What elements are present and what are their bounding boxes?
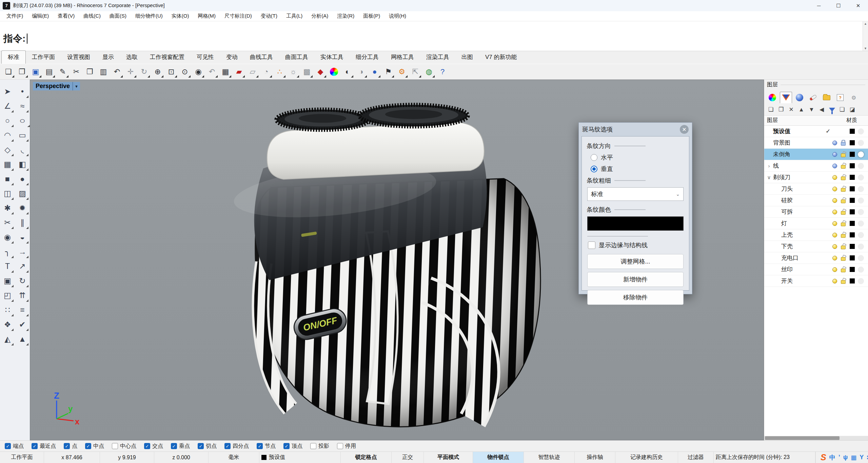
layer-color-swatch[interactable] — [850, 209, 855, 214]
layer-material-circle[interactable] — [858, 278, 864, 284]
status-segment[interactable]: y 9.919 — [100, 452, 154, 463]
layer-name[interactable]: 背景图 — [772, 139, 824, 147]
toolbar-tab[interactable]: 工作平面 — [26, 51, 61, 64]
save-icon[interactable]: ▣ — [29, 65, 42, 78]
layer-material-circle[interactable] — [858, 220, 864, 227]
delete-layer-icon[interactable]: ✕ — [787, 105, 796, 114]
layer-row[interactable]: › 线 — [764, 160, 868, 172]
layer-name[interactable]: 丝印 — [772, 266, 824, 273]
layer-row[interactable]: 预设值 ✓ — [764, 126, 868, 137]
toolbar-tab[interactable]: 选取 — [120, 51, 144, 64]
layer-row[interactable]: 下壳 — [764, 241, 868, 252]
surface-icon[interactable]: ▦ — [1, 158, 14, 171]
checkbox-icon[interactable] — [64, 443, 70, 449]
color-wheel-icon[interactable] — [328, 65, 340, 78]
match-layer-icon[interactable]: ❏ — [837, 105, 847, 114]
document-properties-icon[interactable]: ✎ — [56, 65, 69, 78]
status-segment[interactable]: 正交 — [392, 452, 424, 463]
layer-material-circle[interactable] — [858, 267, 864, 273]
layer-visibility-bulb-icon[interactable] — [832, 198, 837, 203]
menu-item[interactable]: 查看(V) — [53, 12, 79, 21]
layer-visibility-bulb-icon[interactable] — [832, 175, 837, 180]
menu-item[interactable]: 尺寸标注(D) — [220, 12, 256, 21]
layer-name[interactable]: 下壳 — [772, 243, 824, 250]
folder-tab[interactable] — [821, 92, 833, 103]
layer-row[interactable]: 开关 — [764, 275, 868, 287]
toolbar-tab[interactable]: 细分工具 — [350, 51, 385, 64]
layer-visibility-bulb-icon[interactable] — [832, 233, 837, 237]
properties-tab[interactable] — [766, 92, 778, 103]
stripe-color-swatch[interactable] — [587, 216, 684, 231]
status-segment[interactable]: 过滤器 — [678, 452, 714, 463]
display-mode-icon[interactable]: ▰ — [233, 65, 245, 78]
toolbar-tab[interactable]: 变动 — [220, 51, 244, 64]
menu-item[interactable]: 曲线(C) — [79, 12, 105, 21]
zebra-options-dialog[interactable]: 斑马纹选项 ✕ 条纹方向 水平 垂直 条纹粗细 标准 ⌄ 条纹颜色 显示 — [578, 122, 692, 294]
status-segment[interactable]: 记录建构历史 — [615, 452, 678, 463]
group-icon[interactable]: ❖ — [1, 318, 14, 331]
layer-row[interactable]: 充电口 — [764, 252, 868, 264]
layer-material-circle[interactable] — [858, 255, 864, 261]
copy-layer-icon[interactable]: ❐ — [776, 105, 786, 114]
new-file-icon[interactable]: ❏ — [2, 65, 15, 78]
layer-color-swatch[interactable] — [850, 152, 855, 157]
layer-row[interactable]: ∨ 剃须刀 — [764, 172, 868, 183]
layer-color-swatch[interactable] — [850, 255, 855, 260]
extrude-icon[interactable]: ⇈ — [16, 289, 29, 302]
adjust-mesh-button[interactable]: 调整网格... — [587, 254, 684, 269]
rectangle-icon[interactable]: ▭ — [16, 129, 29, 142]
layer-row[interactable]: 上壳 — [764, 229, 868, 241]
move-down-icon[interactable]: ▼ — [807, 105, 816, 114]
layer-lock-icon[interactable] — [841, 269, 846, 272]
layer-name[interactable]: 可拆 — [772, 208, 824, 216]
layer-color-swatch[interactable] — [850, 221, 855, 226]
layer-material-circle[interactable] — [858, 209, 864, 215]
toolbar-tab[interactable]: 显示 — [96, 51, 120, 64]
sphere-icon[interactable]: ● — [16, 173, 29, 186]
checkbox-icon[interactable] — [588, 241, 595, 249]
layer-color-swatch[interactable] — [850, 186, 855, 191]
toolbar-tab[interactable]: 网格工具 — [385, 51, 420, 64]
ime-punct-icon[interactable]: ’ — [839, 454, 840, 461]
layer-row[interactable]: 背景图 — [764, 137, 868, 149]
scrollbar-thumb[interactable] — [765, 436, 840, 440]
array-icon[interactable]: ∷ — [1, 304, 14, 317]
show-edges-toggle[interactable]: 显示边缘与结构线 — [588, 241, 684, 249]
cut-icon[interactable]: ✂ — [70, 65, 83, 78]
paste-icon[interactable]: ▥ — [97, 65, 110, 78]
zoom-selected-icon[interactable]: ⊙ — [178, 65, 191, 78]
dimension-icon[interactable]: ⇱ — [409, 65, 422, 78]
trim-icon[interactable]: ✂ — [1, 216, 14, 229]
zoom-extents-icon[interactable]: ◉ — [192, 65, 205, 78]
primitives-icon[interactable]: ◭ — [1, 333, 14, 346]
toolbar-tab[interactable]: 工作视窗配置 — [144, 51, 191, 64]
open-file-icon[interactable]: ❐ — [16, 65, 28, 78]
status-segment[interactable]: 预设值 — [259, 452, 341, 463]
filter-icon[interactable] — [827, 105, 836, 114]
boolean-difference-icon[interactable]: ◒ — [16, 231, 29, 244]
command-area[interactable]: 指令: ▲ ▼ — [0, 21, 868, 51]
layer-row[interactable]: 未倒角 — [764, 149, 868, 160]
layer-color-swatch[interactable] — [850, 140, 855, 145]
toolbar-tab[interactable]: 标准 — [1, 50, 26, 64]
layer-name[interactable]: 刀头 — [772, 185, 824, 193]
maximize-button[interactable]: ☐ — [829, 0, 848, 11]
layer-color-swatch[interactable] — [850, 267, 855, 272]
fillet-curve-icon[interactable]: ◟ — [16, 144, 29, 156]
help-icon[interactable]: ? — [436, 65, 449, 78]
layer-color-swatch[interactable] — [850, 163, 855, 168]
point-icon[interactable]: • — [16, 85, 29, 98]
shaded-mode-icon[interactable]: ◐ — [341, 65, 354, 78]
layer-color-swatch[interactable] — [850, 129, 855, 134]
layer-visibility-bulb-icon[interactable] — [832, 210, 837, 214]
layer-lock-icon[interactable] — [841, 153, 846, 157]
layer-row[interactable]: 可拆 — [764, 206, 868, 218]
layer-color-swatch[interactable] — [850, 175, 855, 180]
toolbar-tab[interactable]: 设置视图 — [61, 51, 96, 64]
checkbox-icon[interactable] — [283, 443, 290, 449]
flag-icon[interactable]: ⚑ — [382, 65, 395, 78]
osnap-toggle[interactable]: 顶点 — [283, 443, 302, 450]
layer-row[interactable]: 灯 — [764, 218, 868, 229]
layers-tab[interactable] — [780, 92, 792, 103]
lock-tool-icon[interactable]: ▩ — [300, 65, 313, 78]
